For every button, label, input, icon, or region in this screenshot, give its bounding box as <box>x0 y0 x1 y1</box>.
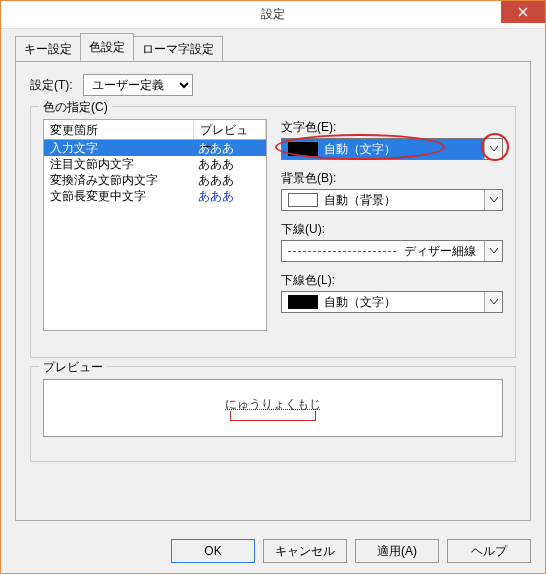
tab-panel-color: 設定(T): ユーザー定義 色の指定(C) 変更箇所 プレビュー <box>15 61 531 521</box>
tab-key-settings[interactable]: キー設定 <box>15 36 81 62</box>
list-item[interactable]: 変換済み文節内文字 あああ <box>44 172 266 188</box>
close-icon <box>518 7 528 17</box>
underline-color-swatch <box>288 295 318 309</box>
dialog-buttons: OK キャンセル 適用(A) ヘルプ <box>1 539 545 563</box>
foreground-color-combo[interactable]: 自動（文字） <box>281 138 503 160</box>
settings-window: 設定 キー設定 色設定 ローマ字設定 設定(T): ユーザー定義 色の指定(C) <box>0 0 546 574</box>
list-item-label: 文節長変更中文字 <box>44 188 194 204</box>
setting-select[interactable]: ユーザー定義 <box>83 74 193 96</box>
preview-text: にゅうりょくもじ <box>225 397 321 413</box>
list-header-col2: プレビュー <box>194 120 266 139</box>
underline-color-label: 下線色(L): <box>281 272 503 289</box>
color-spec-group: 色の指定(C) 変更箇所 プレビュー 入力文字 あああ <box>30 106 516 358</box>
list-header-col1: 変更箇所 <box>44 120 194 139</box>
cancel-button[interactable]: キャンセル <box>263 539 347 563</box>
background-label: 背景色(B): <box>281 170 503 187</box>
list-item[interactable]: 文節長変更中文字 あああ <box>44 188 266 204</box>
foreground-swatch <box>288 142 318 156</box>
preview-area: にゅうりょくもじ <box>43 379 503 437</box>
apply-button[interactable]: 適用(A) <box>355 539 439 563</box>
foreground-text: 自動（文字） <box>324 141 484 158</box>
underline-color-text: 自動（文字） <box>324 294 484 311</box>
chevron-down-icon <box>484 190 502 210</box>
list-item-preview: あああ <box>194 156 266 172</box>
tab-color-settings[interactable]: 色設定 <box>80 33 134 61</box>
list-item-preview: あああ <box>194 140 266 156</box>
tab-romaji-settings[interactable]: ローマ字設定 <box>133 36 223 62</box>
preview-legend: プレビュー <box>39 359 107 376</box>
list-item-label: 入力文字 <box>44 140 194 156</box>
underline-style-combo[interactable]: ディザー細線 <box>281 240 503 262</box>
list-item-label: 変換済み文節内文字 <box>44 172 194 188</box>
underline-sample <box>288 251 396 252</box>
list-header: 変更箇所 プレビュー <box>43 119 267 139</box>
change-location-list[interactable]: 入力文字 あああ 注目文節内文字 あああ 変換済み文節内文字 あああ <box>43 139 267 331</box>
ok-button[interactable]: OK <box>171 539 255 563</box>
titlebar: 設定 <box>1 1 545 29</box>
list-item-preview: あああ <box>194 188 266 204</box>
underline-text: ディザー細線 <box>404 243 476 260</box>
chevron-down-icon <box>484 139 502 159</box>
tab-strip: キー設定 色設定 ローマ字設定 <box>15 37 531 61</box>
underline-color-combo[interactable]: 自動（文字） <box>281 291 503 313</box>
background-swatch <box>288 193 318 207</box>
list-item[interactable]: 注目文節内文字 あああ <box>44 156 266 172</box>
preview-group: プレビュー にゅうりょくもじ <box>30 366 516 462</box>
list-item-preview: あああ <box>194 172 266 188</box>
underline-label: 下線(U): <box>281 221 503 238</box>
close-button[interactable] <box>501 1 545 23</box>
chevron-down-icon <box>484 241 502 261</box>
list-item-label: 注目文節内文字 <box>44 156 194 172</box>
color-spec-legend: 色の指定(C) <box>39 99 112 116</box>
background-color-combo[interactable]: 自動（背景） <box>281 189 503 211</box>
foreground-label: 文字色(E): <box>281 119 503 136</box>
setting-label: 設定(T): <box>30 77 73 94</box>
background-text: 自動（背景） <box>324 192 484 209</box>
chevron-down-icon <box>484 292 502 312</box>
window-title: 設定 <box>261 6 285 23</box>
help-button[interactable]: ヘルプ <box>447 539 531 563</box>
list-item[interactable]: 入力文字 あああ <box>44 140 266 156</box>
